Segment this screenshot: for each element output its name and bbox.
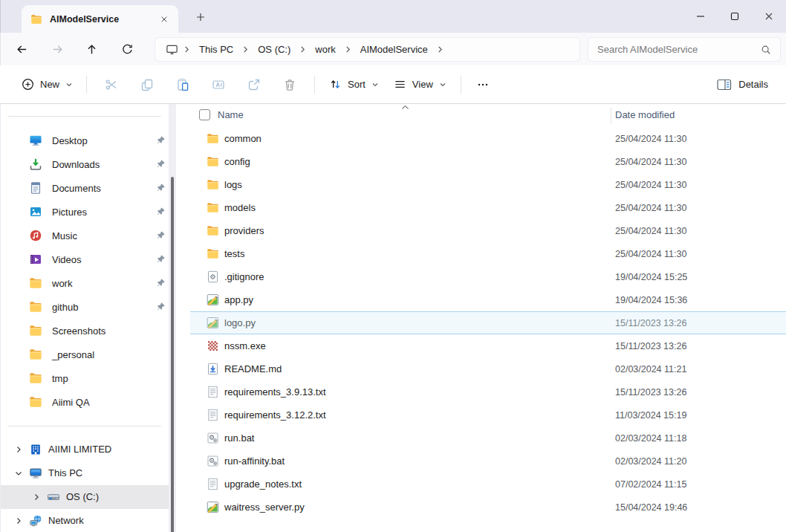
more-options-button[interactable] — [468, 71, 498, 98]
breadcrumb[interactable]: This PCOS (C:)workAIModelService — [155, 37, 580, 62]
sidebar-item-tmp[interactable]: tmp — [1, 366, 178, 390]
sidebar-item-desktop[interactable]: Desktop — [1, 129, 178, 152]
new-tab-button[interactable] — [192, 9, 209, 25]
file-date-modified: 11/03/2024 15:19 — [615, 410, 686, 421]
sidebar-item-documents[interactable]: Documents — [1, 176, 178, 200]
file-row-app-py[interactable]: app.py19/04/2024 15:36 — [178, 288, 786, 311]
file-row-requirements-3-12-2-txt[interactable]: requirements_3.12.2.txt11/03/2024 15:19 — [178, 403, 786, 426]
file-name: nssm.exe — [224, 340, 266, 351]
column-header-name[interactable]: Name — [218, 109, 244, 120]
tab-title: AIModelService — [50, 14, 156, 25]
cut-button[interactable] — [95, 71, 128, 98]
delete-button[interactable] — [273, 71, 306, 98]
file-row-waitress-server-py[interactable]: waitress_server.py15/04/2024 19:46 — [178, 496, 786, 519]
folder-icon — [29, 324, 42, 337]
sort-label: Sort — [348, 79, 366, 90]
column-header-date-modified[interactable]: Date modified — [615, 109, 675, 120]
sidebar-item-label: github — [52, 302, 78, 313]
list-header: Name Date modified — [178, 104, 786, 127]
sidebar-item-work[interactable]: work — [1, 271, 178, 295]
tree-item-label: This PC — [48, 467, 82, 479]
search-input[interactable]: Search AIModelService — [588, 37, 781, 62]
minimize-button[interactable] — [683, 0, 718, 33]
file-date-modified: 25/04/2024 11:30 — [615, 249, 686, 259]
file-type-icon — [207, 293, 219, 306]
file-row-common[interactable]: common25/04/2024 11:30 — [178, 127, 786, 150]
sidebar-item-github[interactable]: github — [1, 295, 178, 319]
new-icon — [22, 78, 34, 91]
tree-item-label: Network — [48, 515, 84, 526]
network-icon — [29, 514, 42, 528]
breadcrumb-item-work[interactable]: work — [311, 41, 339, 58]
pictures-icon — [29, 205, 42, 218]
file-row-readme-md[interactable]: README.md02/03/2024 11:21 — [178, 357, 786, 380]
sidebar-scrollbar-thumb[interactable] — [171, 177, 174, 532]
sidebar-item-label: Music — [52, 230, 77, 241]
tab-close-button[interactable] — [156, 11, 172, 27]
back-button[interactable] — [9, 36, 34, 62]
breadcrumb-item-os-c[interactable]: OS (C:) — [254, 41, 294, 58]
share-button[interactable] — [238, 71, 270, 98]
file-row-gitignore[interactable]: .gitignore19/04/2024 15:25 — [178, 265, 786, 288]
file-type-icon — [207, 455, 219, 467]
sidebar-item-aiimi-qa[interactable]: Aiimi QA — [1, 390, 178, 414]
file-row-logs[interactable]: logs25/04/2024 11:30 — [178, 173, 786, 196]
tree-item-os-c[interactable]: OS (C:) — [1, 485, 170, 509]
file-row-run-bat[interactable]: run.bat02/03/2024 11:18 — [178, 426, 786, 450]
up-button[interactable] — [79, 36, 104, 62]
sidebar-item-videos[interactable]: Videos — [1, 247, 178, 271]
breadcrumb-chevron-icon — [184, 45, 189, 53]
sidebar-item-screenshots[interactable]: Screenshots — [1, 319, 178, 343]
breadcrumb-item-this-pc[interactable]: This PC — [195, 41, 237, 58]
column-divider[interactable] — [611, 108, 611, 124]
tree-item-aiimi-limited[interactable]: AIIMI LIMITED — [1, 438, 178, 461]
details-pane-button[interactable]: Details — [714, 79, 771, 91]
file-name: requirements_3.9.13.txt — [224, 386, 326, 398]
toolbar-divider — [86, 76, 87, 94]
file-row-models[interactable]: models25/04/2024 11:30 — [178, 196, 786, 219]
sidebar-item-pictures[interactable]: Pictures — [1, 200, 178, 224]
forward-button[interactable] — [45, 36, 70, 62]
breadcrumb-item-aimodelservice[interactable]: AIModelService — [357, 41, 432, 58]
file-row-config[interactable]: config25/04/2024 11:30 — [178, 150, 786, 173]
maximize-button[interactable] — [718, 0, 752, 33]
tree-item-this-pc[interactable]: This PC — [1, 461, 178, 485]
sidebar-item-downloads[interactable]: Downloads — [1, 152, 178, 176]
file-row-tests[interactable]: tests25/04/2024 11:30 — [178, 242, 786, 265]
folder-icon — [30, 13, 42, 25]
file-type-icon — [207, 386, 219, 398]
folder-icon — [29, 348, 42, 361]
tree-item-network[interactable]: Network — [1, 509, 178, 532]
quick-access-list: DesktopDownloadsDocumentsPicturesMusicVi… — [1, 129, 178, 414]
paste-button[interactable] — [166, 71, 199, 98]
sort-ascending-icon — [401, 105, 409, 110]
explorer-tab[interactable]: AIModelService — [22, 5, 178, 33]
sidebar-item-music[interactable]: Music — [1, 224, 178, 247]
rename-icon — [212, 78, 225, 91]
file-date-modified: 25/04/2024 11:30 — [615, 134, 686, 144]
file-row-requirements-3-9-13-txt[interactable]: requirements_3.9.13.txt15/11/2023 13:26 — [178, 380, 786, 403]
refresh-button[interactable] — [114, 36, 140, 62]
file-row-providers[interactable]: providers25/04/2024 11:30 — [178, 219, 786, 242]
file-row-logo-py[interactable]: logo.py15/11/2023 13:26 — [178, 311, 786, 334]
file-type-icon — [207, 270, 219, 283]
rename-button[interactable] — [202, 71, 235, 98]
sidebar-item-personal[interactable]: _personal — [1, 343, 178, 366]
file-name: models — [224, 202, 256, 213]
sidebar-item-label: Documents — [52, 183, 101, 194]
select-all-checkbox[interactable] — [199, 109, 210, 120]
file-name: app.py — [224, 294, 253, 305]
file-row-upgrade-notes-txt[interactable]: upgrade_notes.txt07/02/2024 11:15 — [178, 473, 786, 496]
copy-button[interactable] — [131, 71, 163, 98]
view-button[interactable]: View — [386, 71, 454, 98]
folder-icon — [29, 372, 42, 385]
new-button[interactable]: New — [15, 73, 79, 96]
sort-button[interactable]: Sort — [322, 71, 386, 98]
minimize-icon — [696, 12, 705, 21]
file-row-run-affinity-bat[interactable]: run-affinity.bat02/03/2024 11:20 — [178, 450, 786, 473]
file-type-icon — [207, 247, 219, 260]
close-button[interactable] — [752, 0, 786, 33]
music-icon — [29, 229, 42, 242]
sidebar-item-label: _personal — [52, 349, 94, 360]
file-row-nssm-exe[interactable]: nssm.exe15/11/2023 13:26 — [178, 334, 786, 357]
